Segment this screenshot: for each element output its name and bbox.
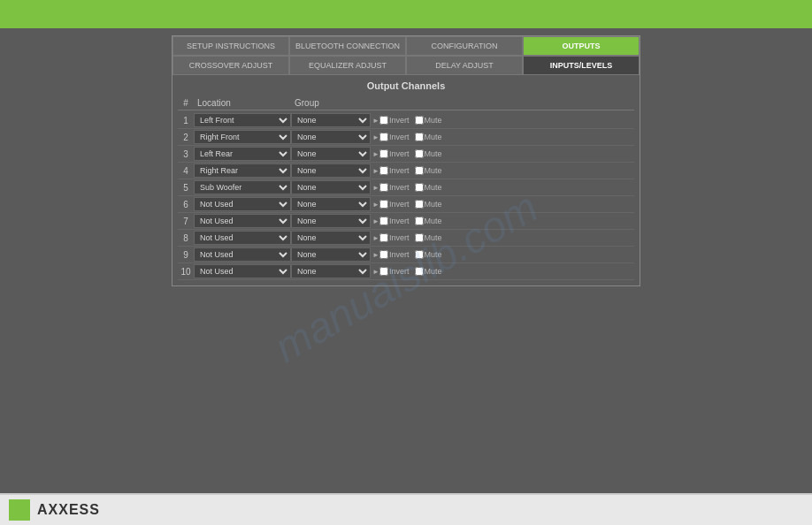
invert-checkbox-4[interactable] bbox=[379, 183, 388, 192]
group-select-8[interactable]: None bbox=[291, 247, 371, 262]
mute-label-1[interactable]: Mute bbox=[415, 133, 442, 141]
main-area: SETUP INSTRUCTIONS BLUETOOTH CONNECTION … bbox=[0, 28, 812, 293]
cell-location-3[interactable]: Right Rear bbox=[194, 164, 291, 178]
invert-label-0[interactable]: Invert bbox=[379, 116, 410, 125]
tabs-row1: SETUP INSTRUCTIONS BLUETOOTH CONNECTION … bbox=[172, 36, 640, 56]
invert-checkbox-7[interactable] bbox=[379, 233, 388, 242]
tab-crossover[interactable]: CROSSOVER ADJUST bbox=[172, 56, 289, 75]
location-select-7[interactable]: Not Used bbox=[194, 231, 291, 245]
mute-label-4[interactable]: Mute bbox=[415, 183, 442, 192]
group-select-5[interactable]: None bbox=[291, 197, 371, 211]
group-select-2[interactable]: None bbox=[291, 147, 371, 161]
cell-location-9[interactable]: Not Used bbox=[194, 264, 291, 278]
location-select-1[interactable]: Right Front bbox=[194, 130, 291, 144]
tab-inputs[interactable]: INPUTS/LEVELS bbox=[523, 56, 640, 75]
cell-group-9: None ► bbox=[291, 264, 379, 278]
output-table: # Location Group 1 Left Front None ► bbox=[172, 96, 640, 285]
cell-controls-7: Invert Mute bbox=[379, 233, 634, 242]
cell-location-7[interactable]: Not Used bbox=[194, 231, 291, 245]
mute-label-6[interactable]: Mute bbox=[415, 217, 442, 225]
invert-label-7[interactable]: Invert bbox=[379, 233, 410, 242]
mute-label-9[interactable]: Mute bbox=[415, 267, 442, 276]
invert-checkbox-3[interactable] bbox=[379, 166, 388, 175]
mute-checkbox-2[interactable] bbox=[415, 149, 424, 158]
cell-location-2[interactable]: Left Rear bbox=[194, 147, 291, 161]
location-select-3[interactable]: Right Rear bbox=[194, 164, 291, 178]
mute-checkbox-6[interactable] bbox=[415, 217, 424, 225]
tab-outputs[interactable]: OUTPUTS bbox=[523, 36, 640, 56]
mute-label-5[interactable]: Mute bbox=[415, 200, 442, 209]
cell-location-6[interactable]: Not Used bbox=[194, 214, 291, 228]
cell-location-8[interactable]: Not Used bbox=[194, 247, 291, 262]
mute-checkbox-1[interactable] bbox=[415, 133, 424, 141]
invert-checkbox-9[interactable] bbox=[379, 267, 388, 276]
invert-checkbox-8[interactable] bbox=[379, 250, 388, 259]
cell-num-1: 2 bbox=[178, 133, 194, 142]
brand-name: AXXESS bbox=[37, 502, 100, 518]
cell-group-3: None ► bbox=[291, 164, 379, 178]
invert-label-2[interactable]: Invert bbox=[379, 149, 410, 158]
cell-location-1[interactable]: Right Front bbox=[194, 130, 291, 144]
table-row: 2 Right Front None ► Invert Mute bbox=[178, 129, 634, 146]
group-select-7[interactable]: None bbox=[291, 231, 371, 245]
table-row: 3 Left Rear None ► Invert Mute bbox=[178, 146, 634, 163]
mute-label-8[interactable]: Mute bbox=[415, 250, 442, 259]
group-select-6[interactable]: None bbox=[291, 214, 371, 228]
table-row: 9 Not Used None ► Invert Mute bbox=[178, 247, 634, 263]
group-arrow-8: ► bbox=[372, 251, 379, 259]
mute-checkbox-9[interactable] bbox=[415, 267, 424, 276]
cell-group-6: None ► bbox=[291, 214, 379, 228]
tab-setup[interactable]: SETUP INSTRUCTIONS bbox=[172, 36, 289, 56]
invert-checkbox-1[interactable] bbox=[379, 133, 388, 141]
tab-delay[interactable]: DELAY ADJUST bbox=[406, 56, 523, 75]
location-select-8[interactable]: Not Used bbox=[194, 247, 291, 262]
header-location: Location bbox=[194, 98, 291, 108]
cell-location-4[interactable]: Sub Woofer bbox=[194, 180, 291, 194]
invert-checkbox-5[interactable] bbox=[379, 200, 388, 209]
group-select-9[interactable]: None bbox=[291, 264, 371, 278]
cell-num-7: 8 bbox=[178, 233, 194, 243]
mute-checkbox-0[interactable] bbox=[415, 116, 424, 125]
cell-num-4: 5 bbox=[178, 183, 194, 193]
cell-controls-1: Invert Mute bbox=[379, 133, 634, 141]
cell-num-0: 1 bbox=[178, 116, 194, 126]
invert-label-4[interactable]: Invert bbox=[379, 183, 410, 192]
mute-checkbox-4[interactable] bbox=[415, 183, 424, 192]
mute-label-2[interactable]: Mute bbox=[415, 149, 442, 158]
location-select-4[interactable]: Sub Woofer bbox=[194, 180, 291, 194]
tab-equalizer[interactable]: EQUALIZER ADJUST bbox=[289, 56, 406, 75]
mute-checkbox-7[interactable] bbox=[415, 233, 424, 242]
invert-label-8[interactable]: Invert bbox=[379, 250, 410, 259]
cell-location-5[interactable]: Not Used bbox=[194, 197, 291, 211]
invert-checkbox-6[interactable] bbox=[379, 217, 388, 225]
tab-bluetooth[interactable]: BLUETOOTH CONNECTION bbox=[289, 36, 406, 56]
cell-group-0: None ► bbox=[291, 113, 379, 127]
mute-label-7[interactable]: Mute bbox=[415, 233, 442, 242]
invert-label-9[interactable]: Invert bbox=[379, 267, 410, 276]
location-select-2[interactable]: Left Rear bbox=[194, 147, 291, 161]
location-select-0[interactable]: Left Front bbox=[194, 113, 291, 127]
header-controls bbox=[371, 98, 634, 108]
mute-checkbox-8[interactable] bbox=[415, 250, 424, 259]
mute-label-3[interactable]: Mute bbox=[415, 166, 442, 175]
group-select-0[interactable]: None bbox=[291, 113, 371, 127]
location-select-6[interactable]: Not Used bbox=[194, 214, 291, 228]
invert-label-5[interactable]: Invert bbox=[379, 200, 410, 209]
mute-checkbox-3[interactable] bbox=[415, 166, 424, 175]
invert-checkbox-2[interactable] bbox=[379, 149, 388, 158]
location-select-5[interactable]: Not Used bbox=[194, 197, 291, 211]
group-select-4[interactable]: None bbox=[291, 180, 371, 194]
invert-label-6[interactable]: Invert bbox=[379, 217, 410, 225]
group-select-3[interactable]: None bbox=[291, 164, 371, 178]
invert-label-3[interactable]: Invert bbox=[379, 166, 410, 175]
cell-location-0[interactable]: Left Front bbox=[194, 113, 291, 127]
group-arrow-0: ► bbox=[372, 117, 379, 125]
mute-checkbox-5[interactable] bbox=[415, 200, 424, 209]
invert-label-1[interactable]: Invert bbox=[379, 133, 410, 141]
cell-controls-2: Invert Mute bbox=[379, 149, 634, 158]
tab-configuration[interactable]: CONFIGURATION bbox=[406, 36, 523, 56]
mute-label-0[interactable]: Mute bbox=[415, 116, 442, 125]
group-select-1[interactable]: None bbox=[291, 130, 371, 144]
location-select-9[interactable]: Not Used bbox=[194, 264, 291, 278]
invert-checkbox-0[interactable] bbox=[379, 116, 388, 125]
